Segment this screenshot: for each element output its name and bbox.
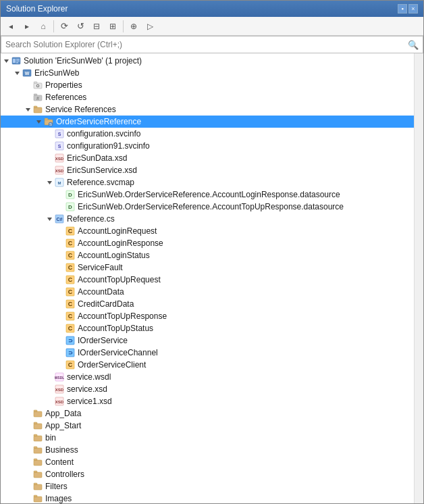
scrollbar[interactable] bbox=[414, 53, 423, 503]
show-all-button[interactable]: ▷ bbox=[142, 19, 157, 34]
folder-icon-controllers bbox=[33, 469, 44, 480]
properties-icon: ⊕ bbox=[130, 22, 137, 31]
close-button[interactable]: × bbox=[408, 4, 418, 14]
tree-item-config-svcinfo[interactable]: S configuration.svcinfo bbox=[1, 128, 414, 140]
tree-item-creditcard-data[interactable]: C CreditCardData bbox=[1, 298, 414, 310]
properties-button[interactable]: ⊕ bbox=[126, 19, 141, 34]
svg-text:C: C bbox=[68, 240, 73, 247]
item-label-account-topup-status: AccountTopUpStatus bbox=[78, 324, 153, 333]
interface-icon: ⊃ bbox=[65, 336, 75, 345]
tree-item-service-fault[interactable]: C ServiceFault bbox=[1, 261, 414, 274]
svc-icon-config91-svcinfo: S bbox=[55, 141, 65, 151]
tree-item-ericsundata-xsd[interactable]: XSD EricSunData.xsd bbox=[1, 152, 414, 164]
item-label-service1-xsd: service1.xsd bbox=[67, 397, 112, 406]
tree-item-reference-cs[interactable]: C# Reference.cs bbox=[1, 213, 414, 225]
tree-item-account-login-status[interactable]: C AccountLoginStatus bbox=[1, 249, 414, 261]
svg-text:C: C bbox=[68, 264, 73, 271]
tree-item-datasource2[interactable]: D EricSunWeb.OrderServiceReference.Accou… bbox=[1, 201, 414, 213]
title-bar-left: Solution Explorer bbox=[6, 4, 68, 14]
tree-item-reference-svcmap[interactable]: M Reference.svcmap bbox=[1, 176, 414, 188]
tree-item-iorder-service[interactable]: ⊃ IOrderService bbox=[1, 334, 414, 347]
item-label-service-wsdl: service.wsdl bbox=[67, 372, 111, 382]
class-icon-account-topup-status: C bbox=[65, 323, 76, 334]
solution-icon bbox=[11, 56, 21, 66]
svg-point-12 bbox=[37, 85, 38, 86]
folder-icon-business bbox=[33, 445, 44, 455]
expand-btn-reference-cs[interactable] bbox=[44, 213, 55, 224]
tree-item-datasource1[interactable]: D EricSunWeb.OrderServiceReference.Accou… bbox=[1, 188, 414, 201]
tree-item-config91-svcinfo[interactable]: S configuration91.svcinfo bbox=[1, 140, 414, 152]
item-label-controllers: Controllers bbox=[45, 470, 84, 479]
tree-item-app-data[interactable]: App_Data bbox=[1, 407, 414, 420]
tree-item-service-xsd[interactable]: XSD service.xsd bbox=[1, 383, 414, 395]
folder-icon bbox=[33, 445, 43, 455]
back-button[interactable]: ◂ bbox=[3, 19, 18, 34]
tree-item-order-service-client[interactable]: C OrderServiceClient bbox=[1, 359, 414, 371]
refresh-button[interactable]: ↺ bbox=[73, 19, 88, 34]
tree-item-project[interactable]: W EricSunWeb bbox=[1, 67, 414, 79]
tree-item-images[interactable]: Images bbox=[1, 493, 414, 503]
svg-text:XSD: XSD bbox=[55, 157, 64, 161]
svg-text:C: C bbox=[68, 288, 73, 295]
tree-item-filters[interactable]: Filters bbox=[1, 480, 414, 493]
expand-btn-order-service-ref[interactable] bbox=[33, 116, 44, 127]
tree-item-content[interactable]: Content bbox=[1, 456, 414, 468]
class-icon: C bbox=[65, 275, 75, 284]
tree-item-service1-xsd[interactable]: XSD service1.xsd bbox=[1, 395, 414, 407]
forward-button[interactable]: ▸ bbox=[20, 19, 34, 34]
class-icon-account-login-request: C bbox=[65, 226, 76, 236]
expand-btn-service-references[interactable] bbox=[22, 104, 33, 115]
tree-item-account-login-request[interactable]: C AccountLoginRequest bbox=[1, 225, 414, 237]
search-icon[interactable]: 🔍 bbox=[408, 40, 419, 50]
item-label-creditcard-data: CreditCardData bbox=[78, 299, 134, 309]
item-label-filters: Filters bbox=[45, 482, 68, 491]
expand-btn-project[interactable] bbox=[11, 68, 22, 78]
xsd-icon: XSD bbox=[55, 166, 64, 175]
tree-item-properties[interactable]: Properties bbox=[1, 79, 414, 91]
tree-item-order-service-ref[interactable]: S OrderServiceReference bbox=[1, 116, 414, 128]
toolbar-sep-1 bbox=[53, 20, 54, 32]
item-label-ericsunservice-xsd: EricSunService.xsd bbox=[67, 166, 137, 175]
search-input[interactable] bbox=[5, 40, 408, 49]
pin-button[interactable]: ▪ bbox=[398, 4, 407, 14]
sync-button[interactable]: ⟳ bbox=[57, 19, 72, 34]
svg-rect-75 bbox=[34, 422, 37, 424]
tree-item-service-references[interactable]: Service References bbox=[1, 103, 414, 116]
title-bar-title: Solution Explorer bbox=[6, 4, 68, 14]
item-label-order-service-client: OrderServiceClient bbox=[78, 360, 146, 370]
tree-item-bin[interactable]: bin bbox=[1, 432, 414, 444]
tree-item-account-topup-response[interactable]: C AccountTopUpResponse bbox=[1, 310, 414, 322]
tree-item-ericsunservice-xsd[interactable]: XSD EricSunService.xsd bbox=[1, 164, 414, 176]
svg-text:C: C bbox=[68, 313, 73, 320]
tree-item-references[interactable]: # References bbox=[1, 91, 414, 103]
item-label-service-xsd: service.xsd bbox=[67, 384, 107, 394]
svg-text:S: S bbox=[58, 144, 61, 149]
folder-icon bbox=[33, 470, 43, 479]
folder-icon-app-start bbox=[33, 420, 44, 431]
tree-item-business[interactable]: Business bbox=[1, 444, 414, 456]
tree-item-account-login-response[interactable]: C AccountLoginResponse bbox=[1, 237, 414, 249]
xsd-icon-service-xsd: XSD bbox=[55, 384, 65, 395]
folder-icon bbox=[33, 457, 43, 467]
item-label-iorder-service-channel: IOrderServiceChannel bbox=[78, 348, 158, 357]
home-button[interactable]: ⌂ bbox=[36, 19, 51, 34]
tree-item-solution[interactable]: Solution 'EricSunWeb' (1 project) bbox=[1, 55, 414, 67]
expand-btn-solution[interactable] bbox=[1, 55, 11, 66]
tree-item-account-topup-request[interactable]: C AccountTopUpRequest bbox=[1, 274, 414, 286]
tree-item-controllers[interactable]: Controllers bbox=[1, 468, 414, 480]
tree-item-app-start[interactable]: App_Start bbox=[1, 420, 414, 432]
filter-button[interactable]: ⊞ bbox=[105, 19, 120, 34]
item-label-bin: bin bbox=[45, 433, 56, 443]
tree-item-iorder-service-channel[interactable]: ⊃ IOrderServiceChannel bbox=[1, 347, 414, 359]
tree-item-service-wsdl[interactable]: WSDL service.wsdl bbox=[1, 371, 414, 383]
svg-marker-16 bbox=[26, 108, 30, 111]
tree-item-account-data[interactable]: C AccountData bbox=[1, 286, 414, 298]
collapse-button[interactable]: ⊟ bbox=[89, 19, 104, 34]
svg-text:WSDL: WSDL bbox=[55, 376, 64, 380]
expand-btn-reference-svcmap[interactable] bbox=[44, 177, 55, 188]
tree-item-account-topup-status[interactable]: C AccountTopUpStatus bbox=[1, 322, 414, 334]
item-label-config-svcinfo: configuration.svcinfo bbox=[67, 129, 140, 138]
sync-icon: ⟳ bbox=[61, 21, 68, 31]
cs-icon-reference-cs: C# bbox=[55, 213, 65, 224]
svg-marker-39 bbox=[47, 218, 52, 221]
